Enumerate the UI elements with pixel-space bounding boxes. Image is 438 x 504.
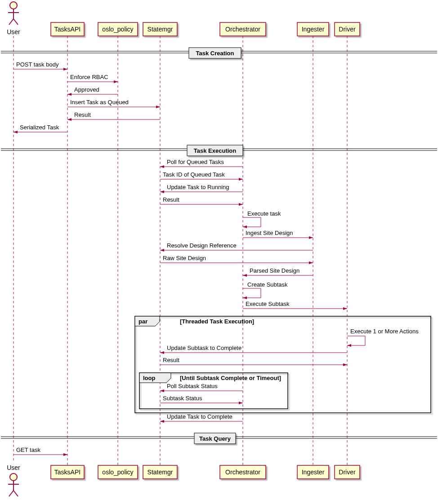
svg-point-81 [10, 473, 17, 481]
svg-text:Update Task to Complete: Update Task to Complete [167, 413, 232, 420]
msg-insert-task-queued: Insert Task as Queued [67, 99, 160, 107]
participant-statemgr-bottom: Statemgr [143, 465, 177, 479]
participant-ingester-bottom: Ingester [297, 465, 329, 479]
participant-orchestrator-bottom: Orchestrator [220, 465, 266, 479]
svg-text:loop: loop [143, 375, 155, 381]
msg-execute-task: Execute task [243, 210, 281, 227]
svg-text:Task Query: Task Query [199, 435, 231, 442]
msg-parsed-site-design: Parsed Site Design [243, 267, 313, 275]
svg-text:[Until Subtask Complete or Tim: [Until Subtask Complete or Timeout] [180, 375, 281, 381]
participant-tasksapi-top: TasksAPI [51, 22, 84, 36]
msg-get-task: GET task [13, 447, 67, 455]
svg-text:Resolve Design Reference: Resolve Design Reference [167, 242, 237, 249]
svg-text:Ingest Site Design: Ingest Site Design [246, 230, 293, 236]
svg-text:Orchestrator: Orchestrator [225, 469, 260, 476]
svg-text:Execute task: Execute task [247, 210, 281, 217]
svg-text:Task Execution: Task Execution [194, 147, 236, 154]
svg-text:Orchestrator: Orchestrator [225, 26, 260, 33]
divider-task-creation: Task Creation [1, 48, 437, 58]
svg-text:[Threaded Task Execution]: [Threaded Task Execution] [180, 318, 254, 325]
svg-text:Update Subtask to Complete: Update Subtask to Complete [167, 345, 241, 351]
msg-poll-subtask-status: Poll Subtask Status [160, 383, 243, 391]
svg-text:Update Task to Running: Update Task to Running [167, 184, 229, 190]
svg-text:Serialized Task: Serialized Task [20, 124, 59, 131]
svg-text:TasksAPI: TasksAPI [54, 26, 80, 33]
actor-user-top: User [7, 2, 20, 35]
svg-text:Enforce RBAC: Enforce RBAC [70, 74, 108, 80]
msg-poll-queued-tasks: Poll for Queued Tasks [160, 159, 243, 167]
svg-line-84 [9, 491, 13, 496]
msg-subtask-status: Subtask Status [160, 395, 243, 403]
svg-text:Statemgr: Statemgr [147, 469, 173, 476]
divider-task-execution: Task Execution [1, 145, 437, 156]
svg-text:Task Creation: Task Creation [196, 50, 234, 57]
msg-result-2: Result [160, 196, 243, 204]
msg-ingest-site-design: Ingest Site Design [243, 230, 313, 238]
msg-result-3: Result [160, 357, 347, 365]
msg-update-task-running: Update Task to Running [160, 184, 243, 192]
svg-line-3 [9, 19, 13, 25]
msg-update-task-complete: Update Task to Complete [160, 413, 243, 421]
actor-user-label: User [7, 28, 20, 35]
msg-create-subtask: Create Subtask [243, 281, 288, 298]
msg-raw-site-design: Raw Site Design [160, 255, 313, 263]
msg-post-task-body: POST task body [13, 61, 67, 69]
msg-result-1: Result [67, 111, 160, 119]
msg-update-subtask-complete: Update Subtask to Complete [160, 345, 347, 353]
svg-text:Driver: Driver [339, 469, 356, 476]
svg-text:Approved: Approved [74, 86, 99, 93]
svg-line-4 [13, 19, 18, 25]
svg-text:Task ID of Queued Task: Task ID of Queued Task [163, 171, 225, 178]
msg-execute-subtask: Execute Subtask [243, 301, 347, 309]
participant-oslo_policy-bottom: oslo_policy [98, 465, 138, 479]
participant-ingester-top: Ingester [297, 22, 329, 36]
msg-serialized-task: Serialized Task [13, 124, 67, 132]
svg-text:POST task body: POST task body [16, 61, 59, 68]
msg-enforce-rbac: Enforce RBAC [67, 74, 118, 82]
svg-text:Subtask Status: Subtask Status [163, 395, 202, 402]
svg-text:Result: Result [163, 357, 179, 363]
svg-text:Parsed Site Design: Parsed Site Design [250, 267, 299, 274]
svg-text:Statemgr: Statemgr [147, 26, 173, 33]
svg-text:Create Subtask: Create Subtask [247, 281, 288, 288]
svg-text:oslo_policy: oslo_policy [102, 26, 133, 33]
svg-text:Raw Site Design: Raw Site Design [163, 255, 206, 261]
svg-line-85 [13, 491, 18, 496]
msg-resolve-design-ref: Resolve Design Reference [160, 242, 313, 250]
svg-text:TasksAPI: TasksAPI [54, 469, 80, 476]
svg-text:Driver: Driver [339, 26, 356, 33]
participant-driver-bottom: Driver [335, 465, 360, 479]
svg-text:oslo_policy: oslo_policy [102, 469, 133, 476]
participant-statemgr-top: Statemgr [143, 22, 177, 36]
actor-user-bottom: User [7, 464, 20, 496]
svg-text:Poll Subtask Status: Poll Subtask Status [167, 383, 218, 389]
svg-text:Ingester: Ingester [302, 26, 325, 33]
msg-execute-actions: Execute 1 or More Actions [347, 328, 419, 345]
participant-tasksapi-bottom: TasksAPI [51, 465, 84, 479]
svg-point-0 [10, 2, 17, 9]
msg-task-id-queued: Task ID of Queued Task [160, 171, 243, 179]
svg-text:Result: Result [163, 196, 179, 203]
svg-text:Insert Task as Queued: Insert Task as Queued [70, 99, 129, 106]
svg-text:par: par [139, 318, 147, 325]
svg-text:Ingester: Ingester [302, 469, 325, 476]
svg-text:Execute 1 or More Actions: Execute 1 or More Actions [350, 328, 419, 335]
svg-text:Execute Subtask: Execute Subtask [246, 301, 290, 307]
participant-oslo_policy-top: oslo_policy [98, 22, 138, 36]
svg-text:Result: Result [74, 111, 91, 118]
divider-task-query: Task Query [1, 433, 437, 444]
svg-text:User: User [7, 464, 20, 471]
participant-driver-top: Driver [335, 22, 360, 36]
svg-text:Poll for Queued Tasks: Poll for Queued Tasks [167, 159, 224, 165]
svg-text:GET task: GET task [16, 447, 40, 453]
msg-approved: Approved [67, 86, 118, 94]
participant-orchestrator-top: Orchestrator [220, 22, 266, 36]
